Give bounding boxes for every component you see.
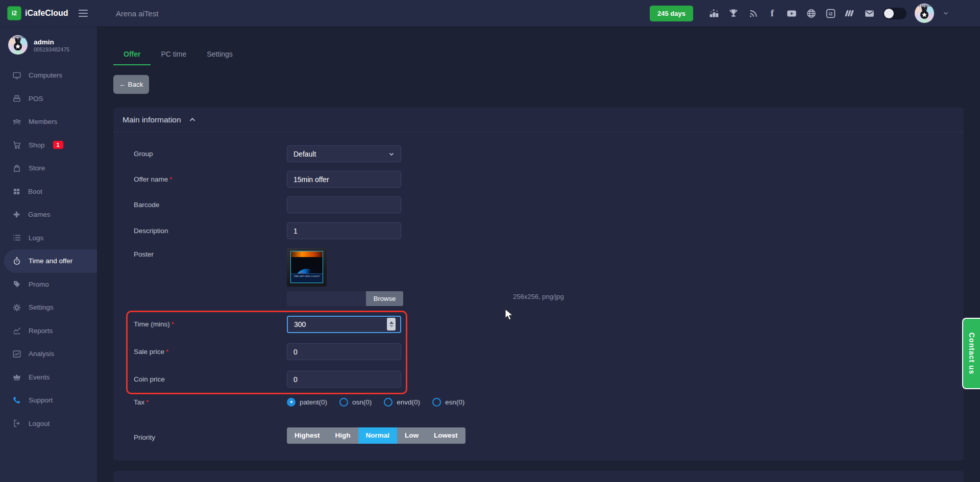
app-logo-text[interactable]: iCafeCloud [25, 9, 68, 18]
description-input[interactable] [287, 222, 401, 239]
back-button[interactable]: ← Back [113, 75, 149, 94]
crown-icon [12, 372, 21, 382]
time-mins-label: Time (mins)* [134, 320, 174, 328]
sidebar-item-store[interactable]: Store [0, 157, 97, 180]
sidebar-item-members[interactable]: Members [0, 110, 97, 134]
poster-file-input[interactable] [287, 291, 366, 306]
poster-label: Poster [134, 250, 154, 258]
contact-us-label: Contact us [968, 333, 976, 374]
sidebar-item-settings[interactable]: Settings [0, 296, 97, 319]
sale-price-input[interactable] [287, 343, 401, 360]
analytics-icon [12, 349, 21, 359]
gear-icon [12, 303, 21, 312]
tax-option-patent[interactable]: patent(0) [287, 398, 327, 407]
screens-icon[interactable] [844, 8, 855, 19]
gamepad-icon [12, 210, 21, 219]
toggle-knob [884, 9, 894, 18]
radio-icon[interactable] [432, 398, 441, 407]
poster-thumbnail[interactable]: TIME LEFT UNTIL LOGOUT [287, 248, 327, 287]
sidebar-item-pos[interactable]: POS [0, 87, 97, 111]
sidebar-item-reports[interactable]: Reports [0, 319, 97, 343]
tax-label: Tax* [134, 398, 149, 406]
radio-icon[interactable] [339, 398, 348, 407]
group-label: Group [134, 150, 153, 158]
offer-name-input[interactable] [287, 171, 401, 188]
priority-label: Priority [134, 434, 155, 441]
line-chart-icon [12, 326, 21, 335]
sidebar-item-computers[interactable]: Computers [0, 64, 97, 87]
offer-name-label: Offer name* [134, 175, 173, 183]
cash-register-icon [12, 94, 21, 103]
barcode-input[interactable] [287, 196, 401, 213]
ranking-icon[interactable] [708, 8, 720, 19]
trophy-icon[interactable] [728, 8, 739, 19]
logout-icon [12, 419, 21, 428]
chevron-down-icon[interactable] [942, 10, 949, 17]
priority-normal-button[interactable]: Normal [358, 427, 398, 444]
sidebar-item-support[interactable]: Support [0, 389, 97, 412]
tab-pc-time[interactable]: PC time [151, 45, 197, 65]
monitor-icon [12, 71, 21, 80]
sidebar-item-boot[interactable]: Boot [0, 180, 97, 204]
sidebar-item-games[interactable]: Games [0, 203, 97, 226]
user-name: admin [34, 38, 69, 46]
user-block: PLATINUM admin 005193482475 [0, 27, 97, 59]
spinner-up-icon[interactable] [389, 321, 394, 324]
priority-high-button[interactable]: High [328, 427, 358, 444]
poster-caption: TIME LEFT UNTIL LOGOUT [291, 273, 323, 283]
radio-icon[interactable] [384, 398, 393, 407]
coin-price-input[interactable] [287, 371, 401, 388]
header-avatar[interactable]: PLATINUM [915, 4, 934, 23]
tag-icon [12, 280, 21, 289]
offer-tabs: Offer PC time Settings [113, 45, 243, 65]
tax-option-envd[interactable]: envd(0) [384, 398, 420, 407]
radio-selected-icon[interactable] [287, 398, 296, 407]
number-spinner[interactable] [387, 318, 396, 331]
globe-icon[interactable] [805, 8, 817, 19]
tax-option-osn[interactable]: osn(0) [339, 398, 372, 407]
sidebar-item-logs[interactable]: Logs [0, 226, 97, 250]
header-actions: 245 days f i2 PLATINUM [650, 4, 980, 23]
sidebar-item-events[interactable]: Events [0, 366, 97, 389]
sidebar-item-promo[interactable]: Promo [0, 273, 97, 296]
priority-button-group: Highest High Normal Low Lowest [287, 427, 465, 444]
main-information-card: Main information Group Default Offer nam… [113, 108, 964, 461]
group-select[interactable]: Default [287, 145, 401, 162]
browse-button[interactable]: Browse [366, 291, 403, 306]
sale-price-label: Sale price* [134, 348, 168, 356]
time-mins-input[interactable] [287, 316, 401, 333]
youtube-icon[interactable] [786, 8, 797, 19]
hamburger-menu-icon[interactable] [77, 8, 90, 19]
chevron-up-icon [188, 116, 197, 124]
coin-price-label: Coin price [134, 375, 165, 383]
rss-icon[interactable] [747, 8, 758, 19]
facebook-icon[interactable]: f [767, 8, 778, 19]
description-label: Description [134, 227, 168, 235]
main-information-header[interactable]: Main information [113, 108, 964, 132]
list-icon [12, 233, 21, 242]
sidebar-item-time-and-offer[interactable]: Time and offer [4, 249, 97, 273]
sidebar-item-analysis[interactable]: Analysis [0, 342, 97, 366]
visibility-settings-header[interactable]: Visibility settings [113, 471, 964, 482]
priority-highest-button[interactable]: Highest [287, 427, 328, 444]
tax-option-esn[interactable]: esn(0) [432, 398, 464, 407]
contact-us-tab[interactable]: Contact us [962, 318, 980, 389]
windows-icon [12, 187, 21, 196]
tab-settings[interactable]: Settings [197, 45, 243, 65]
app-logo-icon[interactable]: i2 [7, 6, 21, 20]
visibility-settings-card: Visibility settings [113, 471, 964, 482]
priority-low-button[interactable]: Low [397, 427, 426, 444]
tab-offer[interactable]: Offer [113, 45, 151, 65]
priority-lowest-button[interactable]: Lowest [426, 427, 465, 444]
license-days-button[interactable]: 245 days [650, 6, 693, 21]
sidebar-item-shop[interactable]: Shop 1 [0, 134, 97, 157]
sidebar-nav: Computers POS Members Shop 1 Store Boot … [0, 64, 97, 435]
theme-toggle[interactable] [883, 8, 906, 19]
mail-icon[interactable] [864, 8, 875, 19]
spinner-down-icon[interactable] [389, 325, 394, 327]
shop-badge: 1 [53, 141, 63, 149]
icafecloud-mini-icon[interactable]: i2 [825, 8, 836, 19]
sidebar-avatar[interactable]: PLATINUM [8, 35, 28, 55]
barcode-label: Barcode [134, 201, 159, 209]
sidebar-item-logout[interactable]: Logout [0, 412, 97, 436]
